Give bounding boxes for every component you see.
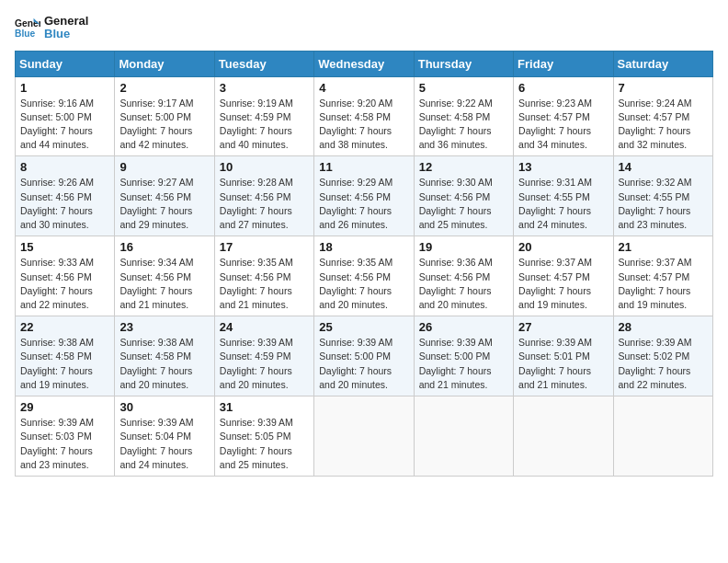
day-info: Sunrise: 9:38 AMSunset: 4:58 PMDaylight:… [20, 336, 109, 392]
calendar-day-15: 15Sunrise: 9:33 AMSunset: 4:56 PMDayligh… [16, 236, 115, 316]
calendar-day-2: 2Sunrise: 9:17 AMSunset: 5:00 PMDaylight… [115, 76, 214, 156]
day-number: 27 [518, 320, 608, 334]
calendar-day-26: 26Sunrise: 9:39 AMSunset: 5:00 PMDayligh… [414, 316, 513, 396]
weekday-header-monday: Monday [115, 51, 214, 76]
calendar-day-9: 9Sunrise: 9:27 AMSunset: 4:56 PMDaylight… [115, 156, 214, 236]
day-number: 16 [119, 240, 209, 254]
day-number: 18 [319, 240, 408, 254]
day-info: Sunrise: 9:17 AMSunset: 5:00 PMDaylight:… [119, 97, 209, 153]
day-number: 3 [220, 81, 309, 95]
calendar-day-24: 24Sunrise: 9:39 AMSunset: 4:59 PMDayligh… [214, 316, 313, 396]
calendar-day-23: 23Sunrise: 9:38 AMSunset: 4:58 PMDayligh… [115, 316, 214, 396]
day-info: Sunrise: 9:23 AMSunset: 4:57 PMDaylight:… [518, 97, 608, 153]
day-number: 25 [319, 320, 408, 334]
logo-general: General [44, 15, 88, 28]
day-info: Sunrise: 9:39 AMSunset: 5:00 PMDaylight:… [419, 336, 508, 392]
day-info: Sunrise: 9:39 AMSunset: 4:59 PMDaylight:… [220, 336, 309, 392]
day-info: Sunrise: 9:26 AMSunset: 4:56 PMDaylight:… [20, 176, 109, 232]
calendar-day-29: 29Sunrise: 9:39 AMSunset: 5:03 PMDayligh… [16, 396, 115, 477]
day-info: Sunrise: 9:37 AMSunset: 4:57 PMDaylight:… [518, 256, 608, 312]
day-number: 20 [518, 240, 608, 254]
day-info: Sunrise: 9:28 AMSunset: 4:56 PMDaylight:… [220, 176, 309, 232]
calendar-day-14: 14Sunrise: 9:32 AMSunset: 4:55 PMDayligh… [613, 156, 712, 236]
calendar-day-13: 13Sunrise: 9:31 AMSunset: 4:55 PMDayligh… [514, 156, 613, 236]
day-info: Sunrise: 9:39 AMSunset: 5:03 PMDaylight:… [20, 416, 109, 472]
day-number: 12 [419, 160, 508, 174]
day-number: 26 [419, 320, 508, 334]
day-info: Sunrise: 9:39 AMSunset: 5:05 PMDaylight:… [220, 416, 309, 472]
day-number: 9 [119, 160, 209, 174]
day-number: 7 [619, 81, 708, 95]
day-number: 30 [119, 400, 209, 414]
weekday-header-sunday: Sunday [16, 51, 115, 76]
calendar-day-1: 1Sunrise: 9:16 AMSunset: 5:00 PMDaylight… [16, 76, 115, 156]
day-number: 21 [619, 240, 708, 254]
day-number: 24 [220, 320, 309, 334]
day-number: 14 [619, 160, 708, 174]
calendar-day-6: 6Sunrise: 9:23 AMSunset: 4:57 PMDaylight… [514, 76, 613, 156]
day-info: Sunrise: 9:39 AMSunset: 5:04 PMDaylight:… [119, 416, 209, 472]
day-number: 19 [419, 240, 508, 254]
day-info: Sunrise: 9:29 AMSunset: 4:56 PMDaylight:… [319, 176, 408, 232]
logo-blue: Blue [44, 28, 88, 40]
svg-text:General: General [15, 18, 40, 29]
logo: General Blue General Blue [15, 15, 88, 41]
calendar-day-4: 4Sunrise: 9:20 AMSunset: 4:58 PMDaylight… [314, 76, 414, 156]
day-number: 23 [119, 320, 209, 334]
empty-cell [314, 396, 414, 477]
calendar-week-5: 29Sunrise: 9:39 AMSunset: 5:03 PMDayligh… [16, 396, 713, 477]
calendar-body: 1Sunrise: 9:16 AMSunset: 5:00 PMDaylight… [16, 76, 713, 476]
day-number: 22 [20, 320, 109, 334]
calendar-day-16: 16Sunrise: 9:34 AMSunset: 4:56 PMDayligh… [115, 236, 214, 316]
day-number: 15 [20, 240, 109, 254]
calendar-week-4: 22Sunrise: 9:38 AMSunset: 4:58 PMDayligh… [16, 316, 713, 396]
day-info: Sunrise: 9:39 AMSunset: 5:01 PMDaylight:… [518, 336, 608, 392]
weekday-header-thursday: Thursday [414, 51, 513, 76]
day-info: Sunrise: 9:32 AMSunset: 4:55 PMDaylight:… [619, 176, 708, 232]
day-info: Sunrise: 9:31 AMSunset: 4:55 PMDaylight:… [518, 176, 608, 232]
empty-cell [613, 396, 712, 477]
calendar-day-21: 21Sunrise: 9:37 AMSunset: 4:57 PMDayligh… [613, 236, 712, 316]
day-number: 8 [20, 160, 109, 174]
calendar-day-7: 7Sunrise: 9:24 AMSunset: 4:57 PMDaylight… [613, 76, 712, 156]
day-info: Sunrise: 9:20 AMSunset: 4:58 PMDaylight:… [319, 97, 408, 153]
calendar-day-31: 31Sunrise: 9:39 AMSunset: 5:05 PMDayligh… [214, 396, 313, 477]
weekday-header-friday: Friday [514, 51, 613, 76]
day-number: 1 [20, 81, 109, 95]
day-info: Sunrise: 9:39 AMSunset: 5:02 PMDaylight:… [619, 336, 708, 392]
day-info: Sunrise: 9:37 AMSunset: 4:57 PMDaylight:… [619, 256, 708, 312]
day-number: 4 [319, 81, 408, 95]
calendar-day-28: 28Sunrise: 9:39 AMSunset: 5:02 PMDayligh… [613, 316, 712, 396]
calendar-day-17: 17Sunrise: 9:35 AMSunset: 4:56 PMDayligh… [214, 236, 313, 316]
day-number: 29 [20, 400, 109, 414]
calendar-day-3: 3Sunrise: 9:19 AMSunset: 4:59 PMDaylight… [214, 76, 313, 156]
calendar-day-27: 27Sunrise: 9:39 AMSunset: 5:01 PMDayligh… [514, 316, 613, 396]
calendar-header-row: SundayMondayTuesdayWednesdayThursdayFrid… [16, 51, 713, 76]
day-info: Sunrise: 9:19 AMSunset: 4:59 PMDaylight:… [220, 97, 309, 153]
day-info: Sunrise: 9:35 AMSunset: 4:56 PMDaylight:… [319, 256, 408, 312]
empty-cell [514, 396, 613, 477]
calendar-week-2: 8Sunrise: 9:26 AMSunset: 4:56 PMDaylight… [16, 156, 713, 236]
day-info: Sunrise: 9:39 AMSunset: 5:00 PMDaylight:… [319, 336, 408, 392]
day-info: Sunrise: 9:33 AMSunset: 4:56 PMDaylight:… [20, 256, 109, 312]
day-number: 11 [319, 160, 408, 174]
day-number: 2 [119, 81, 209, 95]
calendar-day-22: 22Sunrise: 9:38 AMSunset: 4:58 PMDayligh… [16, 316, 115, 396]
calendar-day-8: 8Sunrise: 9:26 AMSunset: 4:56 PMDaylight… [16, 156, 115, 236]
calendar-day-5: 5Sunrise: 9:22 AMSunset: 4:58 PMDaylight… [414, 76, 513, 156]
day-info: Sunrise: 9:36 AMSunset: 4:56 PMDaylight:… [419, 256, 508, 312]
calendar-day-25: 25Sunrise: 9:39 AMSunset: 5:00 PMDayligh… [314, 316, 414, 396]
empty-cell [414, 396, 513, 477]
page-header: General Blue General Blue [15, 15, 713, 41]
day-number: 28 [619, 320, 708, 334]
calendar-day-12: 12Sunrise: 9:30 AMSunset: 4:56 PMDayligh… [414, 156, 513, 236]
day-number: 31 [220, 400, 309, 414]
day-info: Sunrise: 9:24 AMSunset: 4:57 PMDaylight:… [619, 97, 708, 153]
day-info: Sunrise: 9:16 AMSunset: 5:00 PMDaylight:… [20, 97, 109, 153]
calendar-week-3: 15Sunrise: 9:33 AMSunset: 4:56 PMDayligh… [16, 236, 713, 316]
svg-text:Blue: Blue [15, 29, 36, 40]
calendar-week-1: 1Sunrise: 9:16 AMSunset: 5:00 PMDaylight… [16, 76, 713, 156]
calendar-day-11: 11Sunrise: 9:29 AMSunset: 4:56 PMDayligh… [314, 156, 414, 236]
day-number: 5 [419, 81, 508, 95]
logo-icon: General Blue [15, 15, 40, 40]
